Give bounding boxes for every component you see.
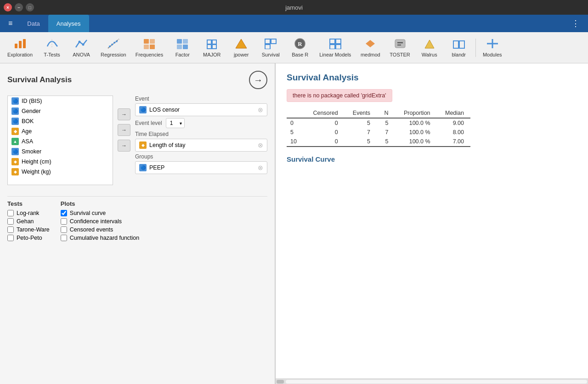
check-logrank[interactable]: Log-rank: [7, 210, 50, 216]
horizontal-scrollbar[interactable]: [276, 378, 588, 384]
cell-censored: 0: [304, 137, 344, 147]
maximize-button[interactable]: □: [26, 3, 34, 11]
svg-marker-23: [236, 39, 247, 48]
groups-field-box[interactable]: 🔵 PEEP ⊗: [135, 161, 267, 174]
confidence-intervals-checkbox[interactable]: [61, 218, 67, 225]
tarone-ware-checkbox[interactable]: [7, 226, 14, 233]
var-name: ASA: [22, 138, 33, 145]
variables-area: 🔵 ID (BIS) 🔵 Gender 🔵 BOK ◆ Age: [7, 96, 267, 185]
toolbar-major[interactable]: MAJOR: [198, 34, 226, 61]
cell-median: 9.00: [437, 118, 470, 128]
time-remove-button[interactable]: ⊗: [258, 141, 263, 149]
list-item[interactable]: 🔵 ID (BIS): [8, 96, 113, 106]
main-area: Survival Analysis → 🔵 ID (BIS) 🔵 Gender …: [0, 63, 588, 384]
list-item[interactable]: ◆ Age: [8, 126, 113, 136]
minimize-button[interactable]: –: [15, 3, 23, 11]
cell-events: 5: [345, 118, 377, 128]
more-options-button[interactable]: ⋮: [567, 18, 584, 28]
svg-rect-19: [207, 40, 211, 44]
svg-point-10: [116, 40, 118, 42]
check-peto-peto[interactable]: Peto-Peto: [7, 235, 50, 241]
list-item[interactable]: 🔵 Gender: [8, 106, 113, 116]
cell-events: 7: [345, 128, 377, 137]
censored-events-checkbox[interactable]: [61, 226, 67, 233]
event-remove-button[interactable]: ⊗: [258, 106, 263, 113]
peto-peto-checkbox[interactable]: [7, 235, 14, 241]
check-confidence-intervals[interactable]: Confidence intervals: [61, 218, 139, 225]
svg-rect-31: [330, 45, 335, 49]
check-gehan[interactable]: Gehan: [7, 218, 50, 225]
col-header-median: Median: [437, 108, 470, 118]
medmod-label: medmod: [361, 52, 380, 57]
toolbar-survival[interactable]: Survival: [257, 34, 284, 61]
list-item[interactable]: 🔵 Smoker: [8, 147, 113, 157]
var-name: Weight (kg): [22, 169, 51, 175]
assign-time-button[interactable]: →: [118, 124, 130, 136]
toolbar-jpower[interactable]: jpower: [227, 34, 255, 61]
event-level-select[interactable]: 1: [166, 118, 185, 128]
list-item[interactable]: ◆ Weight (kg): [8, 167, 113, 177]
toolbar-ttests[interactable]: T-Tests: [38, 34, 66, 61]
svg-rect-15: [177, 39, 182, 44]
check-censored-events[interactable]: Censored events: [61, 226, 139, 233]
groups-remove-button[interactable]: ⊗: [258, 164, 263, 171]
linear-models-icon: [329, 38, 342, 51]
toolbar-blandr[interactable]: blandr: [445, 34, 473, 61]
event-value: LOS censor: [149, 107, 180, 113]
hamburger-menu[interactable]: ≡: [4, 17, 17, 29]
cell-group: 5: [287, 128, 304, 137]
event-label: Event: [135, 96, 267, 102]
toolbar-walrus[interactable]: Walrus: [416, 34, 443, 61]
gehan-checkbox[interactable]: [7, 218, 14, 225]
toolbar-toster[interactable]: TOSTER: [386, 34, 413, 61]
error-box: there is no package called 'gridExtra': [287, 89, 392, 102]
panel-title-text: Survival Analysis: [7, 75, 72, 85]
svg-rect-13: [144, 45, 149, 49]
frequencies-label: Frequencies: [136, 52, 164, 57]
time-field-box[interactable]: ◆ Length of stay ⊗: [135, 139, 267, 152]
time-value: Length of stay: [149, 142, 186, 148]
base-r-icon: R: [294, 38, 306, 51]
survival-curve-checkbox[interactable]: [61, 210, 67, 216]
col-header-group: [287, 108, 304, 118]
list-item[interactable]: ◆ Height (cm): [8, 157, 113, 167]
event-field-box[interactable]: 🔵 LOS censor ⊗: [135, 103, 267, 116]
run-button[interactable]: →: [249, 71, 267, 89]
time-label: Time Elapsed: [135, 131, 267, 137]
check-cumulative-hazard[interactable]: Cumulative hazard function: [61, 235, 139, 241]
ttests-icon: [45, 38, 58, 51]
check-survival-curve[interactable]: Survival curve: [61, 210, 139, 216]
blandr-label: blandr: [452, 52, 466, 57]
toolbar-modules[interactable]: Modules: [479, 34, 506, 61]
plots-section: Plots Survival curve Confidence interval…: [61, 200, 139, 243]
cell-events: 5: [345, 137, 377, 147]
variable-list-container[interactable]: 🔵 ID (BIS) 🔵 Gender 🔵 BOK ◆ Age: [7, 96, 113, 185]
tests-title: Tests: [7, 200, 50, 207]
tab-data[interactable]: Data: [19, 15, 48, 32]
toolbar-anova[interactable]: ANOVA: [68, 34, 95, 61]
toolbar-base-r[interactable]: R Base R: [286, 34, 314, 61]
toster-label: TOSTER: [390, 52, 410, 57]
table-row: 10 0 5 5 100.0 % 7.00: [287, 137, 470, 147]
close-button[interactable]: ×: [4, 3, 12, 11]
cumulative-hazard-checkbox[interactable]: [61, 235, 67, 241]
assign-groups-button[interactable]: →: [118, 140, 130, 152]
list-item[interactable]: ▲ ASA: [8, 136, 113, 147]
scrollbar-left-thumb: [277, 380, 284, 384]
anova-icon: [75, 38, 88, 51]
toolbar-factor[interactable]: Factor: [169, 34, 196, 61]
tab-analyses[interactable]: Analyses: [48, 15, 89, 32]
toolbar-exploration[interactable]: Exploration: [4, 34, 36, 61]
toolbar-medmod[interactable]: medmod: [356, 34, 384, 61]
check-tarone-ware[interactable]: Tarone-Ware: [7, 226, 50, 233]
fields-area: Event 🔵 LOS censor ⊗ Event level 1: [135, 96, 267, 185]
window-controls: × – □: [4, 3, 34, 11]
toolbar-linear-models[interactable]: Linear Models: [316, 34, 355, 61]
medmod-icon: [364, 38, 377, 51]
list-item[interactable]: 🔵 BOK: [8, 116, 113, 126]
toolbar-frequencies[interactable]: Frequencies: [132, 34, 167, 61]
toolbar-regression[interactable]: Regression: [97, 34, 130, 61]
logrank-checkbox[interactable]: [7, 210, 14, 216]
assign-event-button[interactable]: →: [118, 108, 130, 120]
confidence-intervals-label: Confidence intervals: [70, 218, 122, 225]
